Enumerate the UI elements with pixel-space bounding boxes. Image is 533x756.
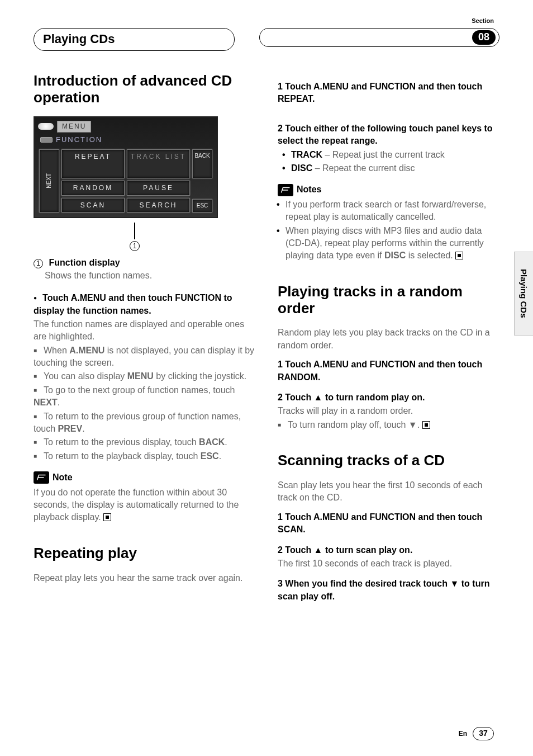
device-search-button[interactable]: SEARCH — [127, 198, 190, 213]
cd-icon — [40, 137, 53, 143]
lead-instruction-heading: Touch A.MENU and then touch FUNCTION to … — [34, 292, 255, 317]
tip-item: You can also display MENU by clicking th… — [34, 370, 255, 382]
scan-body: Scan play lets you hear the first 10 sec… — [278, 479, 499, 504]
tip-item: To return to the previous display, touch… — [34, 436, 255, 448]
scan-step2-body: The first 10 seconds of each track is pl… — [278, 557, 499, 570]
end-mark-icon — [422, 421, 430, 429]
page-header: Section Playing CDs 08 — [34, 17, 499, 50]
header-right-pill: 08 — [259, 28, 499, 47]
note-item: If you perform track search or fast forw… — [285, 199, 499, 224]
repeat-options-list: TRACK – Repeat just the current track DI… — [278, 149, 499, 175]
note-body: If you do not operate the function withi… — [34, 486, 255, 524]
random-body: Random play lets you play back tracks on… — [278, 327, 499, 352]
function-display-item: 1 Function display — [34, 257, 255, 269]
device-pause-button[interactable]: PAUSE — [127, 181, 190, 196]
page-footer: En 37 — [459, 727, 494, 740]
device-repeat-button[interactable]: REPEAT — [61, 149, 125, 178]
repeat-step2: 2 Touch either of the following touch pa… — [278, 122, 499, 148]
callout-number: 1 — [130, 241, 140, 251]
scan-heading: Scanning tracks of a CD — [278, 452, 499, 469]
scan-step2: 2 Touch ▲ to turn scan play on. — [278, 544, 499, 556]
repeating-play-body: Repeat play lets you hear the same track… — [34, 572, 255, 584]
device-scan-button[interactable]: SCAN — [61, 198, 125, 213]
callout-leader-line — [134, 223, 135, 239]
note-icon — [278, 184, 293, 196]
device-esc-button[interactable]: ESC — [192, 199, 212, 212]
header-title-pill: Playing CDs — [34, 28, 235, 51]
section-label: Section — [472, 17, 494, 25]
language-label: En — [459, 729, 467, 739]
right-column: 1 Touch A.MENU and FUNCTION and then tou… — [278, 73, 499, 604]
device-screenshot: MENU FUNCTION NEXT REPEAT TRACK LIST BAC… — [34, 116, 218, 219]
device-tracklist-button[interactable]: TRACK LIST — [127, 149, 190, 178]
scan-step3: 3 When you find the desired track touch … — [278, 578, 499, 603]
tips-list: When A.MENU is not displayed, you can di… — [34, 344, 255, 463]
note-item: When playing discs with MP3 files and au… — [285, 225, 499, 262]
end-mark-icon — [455, 252, 463, 259]
header-title: Playing CDs — [43, 32, 115, 46]
notes-heading-row: Notes — [278, 183, 499, 196]
repeat-option-track: TRACK – Repeat just the current track — [291, 149, 499, 161]
scan-step1: 1 Touch A.MENU and FUNCTION and then tou… — [278, 511, 499, 536]
device-random-button[interactable]: RANDOM — [61, 181, 125, 196]
device-menu-label: MENU — [57, 121, 91, 133]
device-function-row: FUNCTION — [38, 134, 213, 146]
section-number-badge: 08 — [472, 30, 496, 45]
function-display-desc: Shows the function names. — [34, 270, 255, 282]
tip-item: To return to the playback display, touch… — [34, 450, 255, 462]
intro-heading: Introduction of advanced CD operation — [34, 73, 255, 106]
notes-list: If you perform track search or fast forw… — [278, 199, 499, 262]
side-tab: Playing CDs — [514, 252, 533, 336]
device-back-button[interactable]: BACK — [192, 149, 212, 178]
left-column: Introduction of advanced CD operation ME… — [34, 73, 255, 604]
device-function-label: FUNCTION — [56, 135, 102, 144]
end-mark-icon — [103, 513, 111, 521]
random-step1: 1 Touch A.MENU and FUNCTION and then tou… — [278, 358, 499, 384]
repeating-play-heading: Repeating play — [34, 545, 255, 562]
random-off-list: To turn random play off, touch ▼. — [278, 419, 499, 431]
device-next-button[interactable]: NEXT — [39, 149, 59, 213]
cloud-icon — [38, 123, 54, 130]
circled-one-icon: 1 — [34, 259, 43, 268]
tip-item: To return to the previous group of funct… — [34, 410, 255, 436]
lead-instruction-body: The function names are displayed and ope… — [34, 318, 255, 343]
random-heading: Playing tracks in a random order — [278, 284, 499, 317]
page-number: 37 — [473, 727, 494, 740]
random-step2-body: Tracks will play in a random order. — [278, 405, 499, 417]
note-heading-row: Note — [34, 471, 255, 484]
repeat-step1: 1 Touch A.MENU and FUNCTION and then tou… — [278, 81, 499, 106]
tip-item: To go to the next group of function name… — [34, 384, 255, 409]
tip-item: When A.MENU is not displayed, you can di… — [34, 344, 255, 370]
repeat-option-disc: DISC – Repeat the current disc — [291, 162, 499, 174]
note-label: Note — [53, 471, 73, 484]
notes-label: Notes — [297, 183, 321, 196]
random-step2: 2 Touch ▲ to turn random play on. — [278, 391, 499, 404]
function-display-label: Function display — [49, 258, 120, 267]
note-icon — [34, 471, 49, 484]
random-off-item: To turn random play off, touch ▼. — [278, 419, 499, 431]
